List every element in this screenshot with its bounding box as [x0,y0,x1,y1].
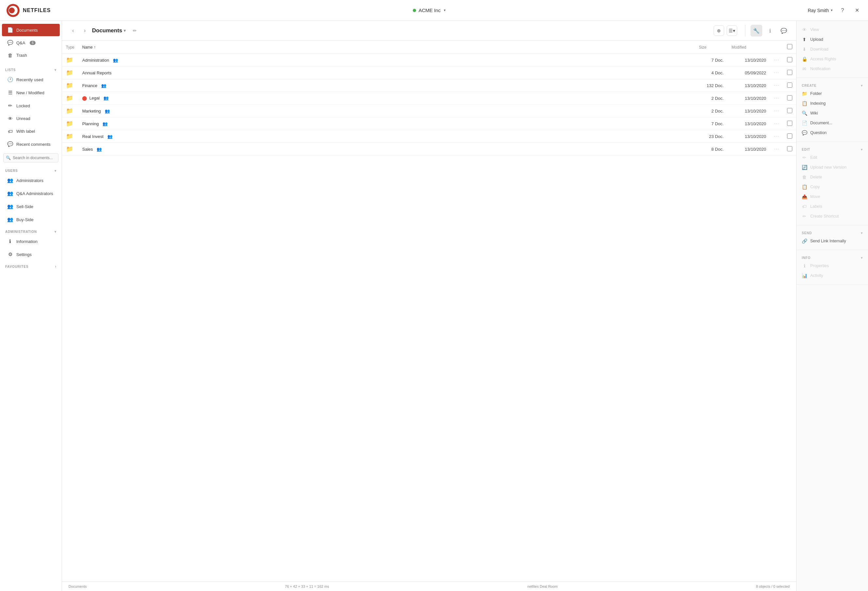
col-header-name[interactable]: Name ↑ [78,41,695,54]
sidebar-item-sell-side[interactable]: 👥 Sell-Side [2,200,60,213]
help-button[interactable]: ? [838,6,847,15]
col-header-modified[interactable]: Modified [728,41,770,54]
row-check-annual-reports[interactable] [783,66,796,79]
sidebar-item-trash[interactable]: 🗑 Trash [2,49,60,61]
view-options-button[interactable]: ☰▾ [727,25,737,36]
row-context-menu-administration[interactable]: ··· [774,57,779,63]
notification-icon: ✉ [802,66,807,71]
sidebar-item-unread[interactable]: 👁 Unread [2,112,60,125]
panel-action-edit[interactable]: ✏ Edit [797,153,868,162]
back-button[interactable]: ‹ [68,26,78,35]
panel-action-access-rights[interactable]: 🔒 Access Rights [797,54,868,64]
panel-action-question[interactable]: 💬 Question [797,128,868,138]
search-input[interactable] [3,153,58,162]
trash-icon: 🗑 [7,53,13,58]
row-check-finance[interactable] [783,79,796,92]
panel-action-labels[interactable]: 🏷 Labels [797,202,868,211]
row-checkbox-sales[interactable] [787,146,792,151]
row-check-sales[interactable] [783,143,796,156]
col-header-size[interactable]: Size [695,41,728,54]
row-name-legal[interactable]: Legal 👥 [78,92,695,105]
sidebar-item-documents[interactable]: 📄 Documents [2,24,60,36]
panel-action-folder[interactable]: 📁 Folder [797,89,868,99]
row-check-marketing[interactable] [783,105,796,118]
sidebar-item-qa[interactable]: 💬 Q&A 6 [2,37,60,49]
row-context-menu-marketing[interactable]: ··· [774,108,779,113]
row-menu-marketing[interactable]: ··· [770,105,783,118]
panel-action-copy[interactable]: 📋 Copy [797,182,868,192]
upload-icon: ⬆ [802,37,807,42]
row-checkbox-administration[interactable] [787,57,792,62]
row-menu-legal[interactable]: ··· [770,92,783,105]
sidebar-item-qa-administrators[interactable]: 👥 Q&A Administrators [2,187,60,200]
panel-action-indexing[interactable]: 📋 Indexing [797,99,868,108]
panel-action-send-link[interactable]: 🔗 Send Link Internally [797,236,868,246]
row-name-finance[interactable]: Finance 👥 [78,79,695,92]
row-context-menu-annual-reports[interactable]: ··· [774,70,779,75]
forward-button[interactable]: › [80,26,89,35]
panel-action-delete[interactable]: 🗑 Delete [797,172,868,182]
panel-action-move[interactable]: 📤 Move [797,192,868,202]
company-selector[interactable]: ACME Inc ▾ [413,7,446,13]
row-context-menu-planning[interactable]: ··· [774,121,779,126]
sidebar-item-settings[interactable]: ⚙ Settings [2,248,60,261]
favourites-section[interactable]: FAVOURITES › [0,261,62,272]
panel-action-activity[interactable]: 📊 Activity [797,271,868,280]
sidebar-item-information[interactable]: ℹ Information [2,235,60,248]
labels-icon: 🏷 [802,204,807,209]
row-context-menu-real-invest[interactable]: ··· [774,133,779,139]
row-checkbox-real-invest[interactable] [787,133,792,139]
sidebar-item-new-modified[interactable]: ☰ New / Modified [2,87,60,99]
sidebar-item-recent-comments[interactable]: 💬 Recent comments [2,138,60,150]
close-button[interactable]: ✕ [852,6,862,15]
row-menu-planning[interactable]: ··· [770,118,783,130]
row-check-planning[interactable] [783,118,796,130]
row-context-menu-sales[interactable]: ··· [774,146,779,152]
row-check-legal[interactable] [783,92,796,105]
sidebar-item-recently-used[interactable]: 🕐 Recently used [2,74,60,86]
upload-new-version-icon: 🔄 [802,165,807,170]
panel-tab-info[interactable]: ℹ [764,25,776,37]
edit-title-button[interactable]: ✏ [130,26,139,35]
breadcrumb[interactable]: Documents ▾ [92,27,125,34]
row-menu-sales[interactable]: ··· [770,143,783,156]
row-checkbox-annual-reports[interactable] [787,70,792,75]
sidebar-item-buy-side[interactable]: 👥 Buy-Side [2,213,60,226]
user-menu[interactable]: Ray Smith ▾ [807,8,833,13]
row-check-administration[interactable] [783,54,796,66]
panel-action-notification[interactable]: ✉ Notification [797,64,868,74]
panel-action-document[interactable]: 📄 Document... [797,118,868,128]
panel-action-download[interactable]: ⬇ Download [797,44,868,54]
row-name-annual-reports[interactable]: Annual Reports [78,66,695,79]
row-menu-annual-reports[interactable]: ··· [770,66,783,79]
row-name-marketing[interactable]: Marketing 👥 [78,105,695,118]
row-checkbox-marketing[interactable] [787,108,792,113]
sidebar-item-with-label[interactable]: 🏷 With label [2,125,60,137]
panel-tab-comments[interactable]: 💬 [778,25,790,37]
panel-action-upload[interactable]: ⬆ Upload [797,35,868,44]
sidebar-item-locked[interactable]: ✏ Locked [2,99,60,112]
row-context-menu-legal[interactable]: ··· [774,95,779,101]
row-check-real-invest[interactable] [783,130,796,143]
row-name-real-invest[interactable]: Real Invest 👥 [78,130,695,143]
row-name-planning[interactable]: Planning 👥 [78,118,695,130]
row-name-administration[interactable]: Administration 👥 [78,54,695,66]
select-all-checkbox[interactable] [787,44,792,49]
row-checkbox-finance[interactable] [787,83,792,88]
sidebar-item-administrators[interactable]: 👥 Administrators [2,174,60,187]
wiki-icon: 🔍 [802,111,807,116]
panel-action-view[interactable]: 👁 View [797,25,868,35]
panel-action-properties[interactable]: ℹ Properties [797,261,868,271]
permissions-button[interactable]: ⊕ [714,25,724,36]
panel-action-create-shortcut[interactable]: ✏ Create Shortcut [797,211,868,221]
panel-action-wiki[interactable]: 🔍 Wiki [797,108,868,118]
row-name-sales[interactable]: Sales 👥 [78,143,695,156]
panel-action-upload-new-version[interactable]: 🔄 Upload new Version [797,162,868,172]
row-checkbox-legal[interactable] [787,95,792,100]
row-context-menu-finance[interactable]: ··· [774,83,779,88]
row-menu-administration[interactable]: ··· [770,54,783,66]
row-menu-real-invest[interactable]: ··· [770,130,783,143]
row-checkbox-planning[interactable] [787,121,792,126]
row-menu-finance[interactable]: ··· [770,79,783,92]
panel-tab-tools[interactable]: 🔧 [750,25,762,37]
